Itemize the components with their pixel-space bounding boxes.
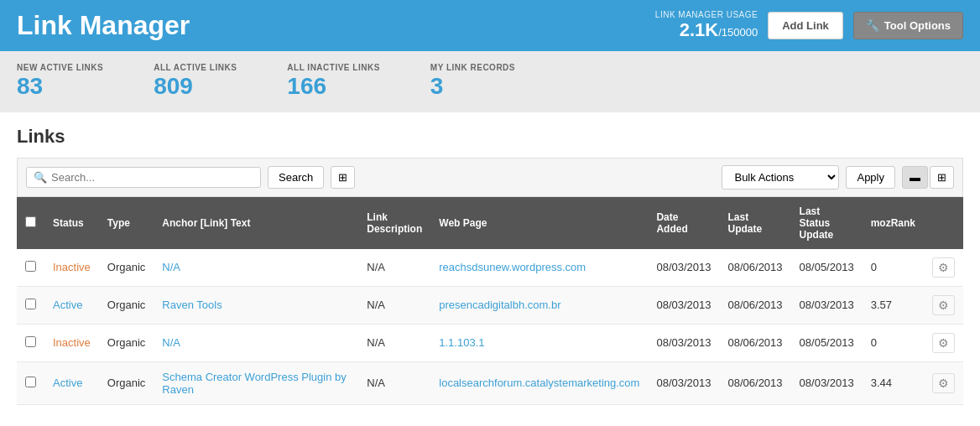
webpage-link[interactable]: presencadigitalbh.com.br [439,299,560,311]
search-button[interactable]: Search [268,166,324,189]
row-type: Organic [99,286,154,324]
list-view-icon: ▬ [910,171,920,184]
row-type: Organic [99,324,154,361]
col-actions [924,197,963,249]
row-last-update: 08/06/2013 [720,286,791,324]
row-checkbox[interactable] [25,377,36,387]
row-anchor: Raven Tools [154,286,358,324]
row-last-update: 08/06/2013 [720,361,791,404]
table-header-row: Status Type Anchor [Link] Text LinkDescr… [17,197,963,249]
row-checkbox-cell [17,286,44,324]
stat-value: 809 [154,72,237,101]
col-last-status: LastStatusUpdate [791,197,863,249]
row-webpage: reachsdsunew.wordpress.com [430,249,648,287]
row-gear: ⚙ [924,286,963,324]
header-controls: LINK MANAGER USAGE 2.1K/150000 Add Link … [655,10,963,41]
table-row: Active Organic Schema Creator WordPress … [17,361,963,404]
webpage-link[interactable]: localsearchforum.catalystemarketing.com [439,377,639,389]
stat-label: ALL INACTIVE LINKS [287,63,379,72]
row-anchor: N/A [154,249,358,287]
row-last-status: 08/03/2013 [791,286,863,324]
grid-view-button[interactable]: ⊞ [930,166,954,189]
row-description: N/A [358,249,430,287]
stat-item: MY LINK RECORDS 3 [430,63,515,101]
wrench-icon: 🔧 [866,19,879,32]
select-all-checkbox[interactable] [25,216,36,227]
row-date-added: 08/03/2013 [648,249,719,287]
row-last-status: 08/03/2013 [791,361,863,404]
row-checkbox-cell [17,361,44,404]
usage-block: LINK MANAGER USAGE 2.1K/150000 [655,10,758,41]
row-anchor: Schema Creator WordPress Plugin by Raven [154,361,358,404]
gear-button[interactable]: ⚙ [932,295,955,315]
links-section-title: Links [17,126,963,148]
col-mozrank: mozRank [863,197,924,249]
row-checkbox-cell [17,249,44,287]
anchor-link[interactable]: N/A [162,261,180,273]
row-mozrank: 3.44 [863,361,924,404]
row-status: Active [44,286,99,324]
row-webpage: localsearchforum.catalystemarketing.com [430,361,648,404]
webpage-link[interactable]: 1.1.103.1 [439,336,484,349]
stat-label: ALL ACTIVE LINKS [154,63,237,72]
row-checkbox[interactable] [25,336,36,347]
bulk-actions-select[interactable]: Bulk Actions [722,165,839,190]
stat-item: NEW ACTIVE LINKS 83 [17,63,103,101]
row-last-status: 08/05/2013 [791,249,863,287]
stats-bar: NEW ACTIVE LINKS 83 ALL ACTIVE LINKS 809… [0,51,980,112]
gear-button[interactable]: ⚙ [932,373,955,393]
row-webpage: presencadigitalbh.com.br [430,286,648,324]
gear-button[interactable]: ⚙ [932,257,955,278]
gear-button[interactable]: ⚙ [932,333,955,353]
status-badge: Active [53,299,82,311]
tool-options-button[interactable]: 🔧 Tool Options [853,12,963,39]
webpage-link[interactable]: reachsdsunew.wordpress.com [439,261,586,273]
row-description: N/A [358,286,430,324]
row-type: Organic [99,249,154,287]
usage-limit: /150000 [718,26,758,39]
toolbar: 🔍 Search ⊞ Bulk Actions Apply ▬ ⊞ [17,158,963,197]
row-gear: ⚙ [924,249,963,287]
row-checkbox[interactable] [25,261,36,272]
page-title: Link Manager [17,10,190,41]
filter-button[interactable]: ⊞ [331,166,355,189]
row-description: N/A [358,324,430,361]
row-mozrank: 3.57 [863,286,924,324]
anchor-link[interactable]: N/A [162,336,180,349]
header: Link Manager LINK MANAGER USAGE 2.1K/150… [0,0,980,51]
apply-button[interactable]: Apply [846,166,895,189]
row-gear: ⚙ [924,361,963,404]
links-table: Status Type Anchor [Link] Text LinkDescr… [17,197,963,405]
table-row: Active Organic Raven Tools N/A presencad… [17,286,963,324]
status-badge: Inactive [53,261,91,273]
usage-value: 2.1K/150000 [655,19,758,41]
row-date-added: 08/03/2013 [648,361,719,404]
usage-label: LINK MANAGER USAGE [655,10,758,19]
row-last-status: 08/05/2013 [791,324,863,361]
row-last-update: 08/06/2013 [720,324,791,361]
anchor-link[interactable]: Raven Tools [162,299,222,311]
row-status: Active [44,361,99,404]
row-date-added: 08/03/2013 [648,324,719,361]
search-icon: 🔍 [34,171,47,184]
search-input[interactable] [51,171,253,184]
add-link-button[interactable]: Add Link [768,12,843,39]
row-type: Organic [99,361,154,404]
row-gear: ⚙ [924,324,963,361]
stat-value: 3 [430,72,515,101]
col-last-update: LastUpdate [720,197,791,249]
stat-label: NEW ACTIVE LINKS [17,63,103,72]
row-checkbox[interactable] [25,299,36,309]
col-description: LinkDescription [358,197,430,249]
view-toggle: ▬ ⊞ [902,166,954,189]
stat-item: ALL ACTIVE LINKS 809 [154,63,237,101]
tool-options-label: Tool Options [884,19,951,32]
list-view-button[interactable]: ▬ [902,166,928,189]
status-badge: Active [53,377,82,389]
table-row: Inactive Organic N/A N/A reachsdsunew.wo… [17,249,963,287]
grid-view-icon: ⊞ [937,171,946,184]
stat-value: 166 [287,72,379,101]
col-status: Status [44,197,99,249]
col-anchor: Anchor [Link] Text [154,197,358,249]
anchor-link[interactable]: Schema Creator WordPress Plugin by Raven [162,371,346,396]
